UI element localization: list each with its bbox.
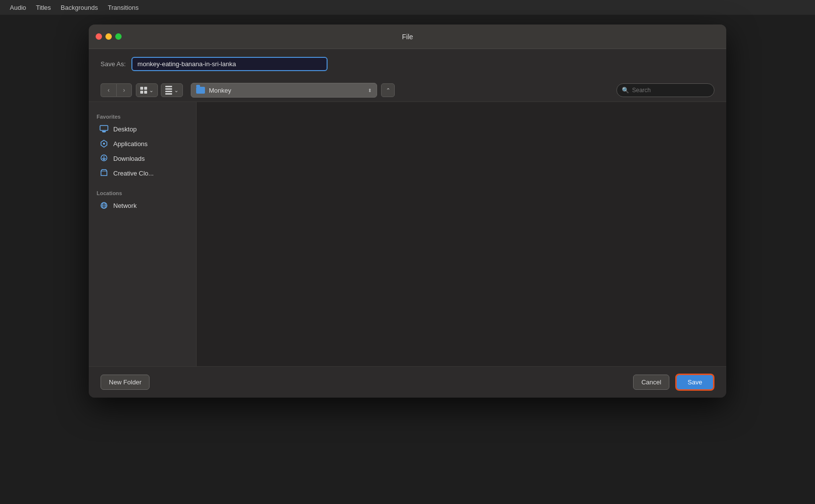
creative-cloud-icon xyxy=(100,169,108,177)
forward-chevron-icon: › xyxy=(123,87,125,94)
topbar-backgrounds[interactable]: Backgrounds xyxy=(61,4,98,11)
svg-rect-0 xyxy=(100,126,108,130)
applications-icon xyxy=(100,139,108,148)
back-chevron-icon: ‹ xyxy=(108,87,110,94)
search-input[interactable] xyxy=(632,87,709,94)
folder-icon xyxy=(196,87,205,94)
view-button-group: ⌄ ⌄ xyxy=(136,83,183,97)
dialog-body: Favorites Desktop xyxy=(89,101,726,366)
sidebar-item-desktop[interactable]: Desktop xyxy=(92,122,193,136)
save-button[interactable]: Save xyxy=(675,374,714,391)
cancel-button[interactable]: Cancel xyxy=(633,375,669,390)
nav-button-group: ‹ › xyxy=(101,83,132,97)
sidebar-downloads-label: Downloads xyxy=(113,155,145,162)
sidebar-item-network[interactable]: Network xyxy=(92,198,193,213)
file-area[interactable] xyxy=(197,102,726,366)
close-button[interactable] xyxy=(96,33,102,40)
folder-arrows-icon: ⬍ xyxy=(368,88,372,93)
topbar-titles[interactable]: Titles xyxy=(36,4,51,11)
downloads-icon xyxy=(100,154,108,163)
minimize-button[interactable] xyxy=(105,33,112,40)
top-bar: Audio Titles Backgrounds Transitions xyxy=(0,0,815,15)
toolbar-row: ‹ › ⌄ xyxy=(89,79,726,101)
search-icon: 🔍 xyxy=(622,87,629,94)
icon-view-button[interactable]: ⌄ xyxy=(136,83,158,97)
list-view-chevron: ⌄ xyxy=(174,87,178,94)
dialog-title: File xyxy=(402,33,413,41)
folder-name: Monkey xyxy=(209,87,231,94)
folder-selector[interactable]: Monkey ⬍ xyxy=(191,83,377,98)
topbar-transitions[interactable]: Transitions xyxy=(108,4,139,11)
collapse-chevron-icon: ⌃ xyxy=(386,87,390,94)
desktop-icon xyxy=(100,125,108,133)
save-as-input[interactable] xyxy=(131,57,328,71)
icon-view-grid-icon xyxy=(140,87,147,94)
forward-button[interactable]: › xyxy=(116,83,132,97)
list-view-button[interactable]: ⌄ xyxy=(161,83,183,97)
network-icon xyxy=(100,201,108,210)
sidebar-network-label: Network xyxy=(113,202,137,209)
list-view-icon xyxy=(165,86,172,95)
sidebar-item-applications[interactable]: Applications xyxy=(92,136,193,151)
maximize-button[interactable] xyxy=(115,33,122,40)
main-content: File Save As: ‹ › xyxy=(0,15,815,504)
traffic-lights xyxy=(96,33,122,40)
search-box: 🔍 xyxy=(616,83,714,97)
collapse-button[interactable]: ⌃ xyxy=(381,83,395,97)
save-as-row: Save As: xyxy=(89,49,726,79)
dialog-titlebar: File xyxy=(89,25,726,49)
svg-point-3 xyxy=(103,143,105,145)
topbar-audio[interactable]: Audio xyxy=(10,4,26,11)
locations-label: Locations xyxy=(89,186,196,198)
sidebar-item-creative-cloud[interactable]: Creative Clo... xyxy=(92,166,193,180)
save-as-label: Save As: xyxy=(101,60,126,68)
save-dialog: File Save As: ‹ › xyxy=(89,25,726,398)
sidebar-item-downloads[interactable]: Downloads xyxy=(92,151,193,166)
sidebar-creative-cloud-label: Creative Clo... xyxy=(113,170,153,177)
icon-view-chevron: ⌄ xyxy=(149,87,153,94)
sidebar-applications-label: Applications xyxy=(113,140,148,148)
dialog-footer: New Folder Cancel Save xyxy=(89,366,726,398)
sidebar-desktop-label: Desktop xyxy=(113,126,137,133)
sidebar: Favorites Desktop xyxy=(89,102,197,366)
new-folder-button[interactable]: New Folder xyxy=(101,375,150,390)
favorites-label: Favorites xyxy=(89,110,196,122)
back-button[interactable]: ‹ xyxy=(101,83,116,97)
